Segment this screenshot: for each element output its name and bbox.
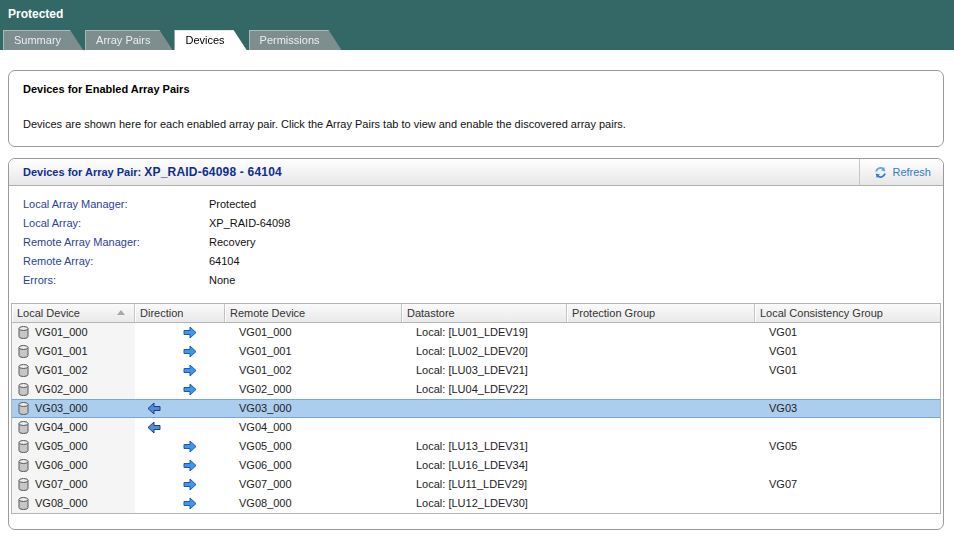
column-header-protection-group[interactable]: Protection Group bbox=[567, 304, 755, 322]
devices-table-header: Local Device Direction Remote Device Dat… bbox=[12, 304, 940, 323]
local-device-name: VG01_001 bbox=[35, 342, 88, 361]
detail-value-remote-array: 64104 bbox=[209, 255, 240, 267]
arrow-right-icon bbox=[183, 459, 197, 472]
devices-table-body: VG01_000 VG01_000 Local: [LU01_LDEV19] V… bbox=[12, 323, 940, 513]
column-header-label: Protection Group bbox=[572, 307, 655, 319]
table-row[interactable]: VG03_000 VG03_000 VG03 bbox=[12, 399, 940, 418]
lun-device-icon bbox=[18, 326, 29, 339]
local-consistency-group-name: VG05 bbox=[755, 437, 940, 456]
remote-device-name: VG02_000 bbox=[225, 380, 402, 399]
remote-device-name: VG05_000 bbox=[225, 437, 402, 456]
table-row[interactable]: VG08_000 VG08_000 Local: [LU12_LDEV30] bbox=[12, 494, 940, 513]
array-pair-details: Local Array Manager:Protected Local Arra… bbox=[23, 195, 290, 290]
tab-devices[interactable]: Devices bbox=[174, 30, 246, 50]
enabled-array-pairs-panel: Devices for Enabled Array Pairs Devices … bbox=[8, 70, 944, 147]
tab-permissions[interactable]: Permissions bbox=[249, 30, 342, 50]
column-header-label: Remote Device bbox=[230, 307, 305, 319]
tab-strip: Summary Array Pairs Devices Permissions bbox=[3, 30, 344, 50]
local-device-name: VG01_000 bbox=[35, 323, 88, 342]
arrow-left-icon bbox=[147, 402, 161, 415]
table-row[interactable]: VG05_000 VG05_000 Local: [LU13_LDEV31] V… bbox=[12, 437, 940, 456]
info-panel-description: Devices are shown here for each enabled … bbox=[23, 118, 626, 130]
datastore-name: Local: [LU03_LDEV21] bbox=[402, 361, 567, 380]
lun-device-icon bbox=[18, 478, 29, 491]
protection-group-name bbox=[567, 494, 755, 513]
local-consistency-group-name: VG01 bbox=[755, 342, 940, 361]
tab-array-pairs[interactable]: Array Pairs bbox=[85, 30, 172, 50]
arrow-left-icon bbox=[147, 421, 161, 434]
arrow-right-icon bbox=[183, 326, 197, 339]
remote-device-name: VG03_000 bbox=[225, 400, 402, 417]
column-header-direction[interactable]: Direction bbox=[135, 304, 225, 322]
datastore-name: Local: [LU04_LDEV22] bbox=[402, 380, 567, 399]
detail-value-local-array-manager: Protected bbox=[209, 198, 256, 210]
protection-group-name bbox=[567, 361, 755, 380]
lun-device-icon bbox=[18, 345, 29, 358]
remote-device-name: VG06_000 bbox=[225, 456, 402, 475]
datastore-name: Local: [LU11_LDEV29] bbox=[402, 475, 567, 494]
table-row[interactable]: VG04_000 VG04_000 bbox=[12, 418, 940, 437]
local-consistency-group-name: VG01 bbox=[755, 361, 940, 380]
table-row[interactable]: VG06_000 VG06_000 Local: [LU16_LDEV34] bbox=[12, 456, 940, 475]
local-consistency-group-name bbox=[755, 456, 940, 475]
local-device-name: VG08_000 bbox=[35, 494, 88, 513]
refresh-icon bbox=[874, 166, 887, 179]
local-device-name: VG05_000 bbox=[35, 437, 88, 456]
protection-group-name bbox=[567, 475, 755, 494]
local-consistency-group-name: VG01 bbox=[755, 323, 940, 342]
detail-value-local-array: XP_RAID-64098 bbox=[209, 217, 290, 229]
refresh-button[interactable]: Refresh bbox=[859, 159, 943, 185]
lun-device-icon bbox=[18, 364, 29, 377]
devices-for-array-pair-panel: Devices for Array Pair: XP_RAID-64098 - … bbox=[8, 158, 944, 530]
lun-device-icon bbox=[18, 440, 29, 453]
detail-row: Errors:None bbox=[23, 271, 290, 290]
page-title: Protected bbox=[8, 7, 63, 21]
datastore-name: Local: [LU16_LDEV34] bbox=[402, 456, 567, 475]
protection-group-name bbox=[567, 342, 755, 361]
arrow-right-icon bbox=[183, 383, 197, 396]
column-header-datastore[interactable]: Datastore bbox=[402, 304, 567, 322]
detail-label-local-array-manager: Local Array Manager: bbox=[23, 195, 209, 214]
arrow-right-icon bbox=[183, 345, 197, 358]
remote-device-name: VG08_000 bbox=[225, 494, 402, 513]
devices-panel-title: Devices for Array Pair: XP_RAID-64098 - … bbox=[23, 159, 282, 185]
column-header-remote-device[interactable]: Remote Device bbox=[225, 304, 402, 322]
tab-summary[interactable]: Summary bbox=[3, 30, 83, 50]
devices-panel-title-prefix: Devices for Array Pair: bbox=[23, 166, 141, 178]
arrow-right-icon bbox=[183, 440, 197, 453]
sort-ascending-icon bbox=[117, 310, 125, 315]
datastore-name: Local: [LU13_LDEV31] bbox=[402, 437, 567, 456]
column-header-label: Datastore bbox=[407, 307, 455, 319]
local-device-name: VG01_002 bbox=[35, 361, 88, 380]
protection-group-name bbox=[567, 456, 755, 475]
remote-device-name: VG04_000 bbox=[225, 418, 402, 437]
devices-table: Local Device Direction Remote Device Dat… bbox=[11, 303, 941, 514]
local-device-name: VG02_000 bbox=[35, 380, 88, 399]
column-header-local-consistency-group[interactable]: Local Consistency Group bbox=[755, 304, 940, 322]
column-header-local-device[interactable]: Local Device bbox=[12, 304, 135, 322]
table-row[interactable]: VG01_001 VG01_001 Local: [LU02_LDEV20] V… bbox=[12, 342, 940, 361]
local-consistency-group-name: VG03 bbox=[755, 400, 940, 417]
table-row[interactable]: VG01_000 VG01_000 Local: [LU01_LDEV19] V… bbox=[12, 323, 940, 342]
table-row[interactable]: VG07_000 VG07_000 Local: [LU11_LDEV29] V… bbox=[12, 475, 940, 494]
column-header-label: Local Consistency Group bbox=[760, 307, 883, 319]
arrow-right-icon bbox=[183, 364, 197, 377]
lun-device-icon bbox=[18, 383, 29, 396]
lun-device-icon bbox=[18, 459, 29, 472]
remote-device-name: VG01_000 bbox=[225, 323, 402, 342]
protection-group-name bbox=[567, 323, 755, 342]
lun-device-icon bbox=[18, 402, 29, 415]
column-header-label: Local Device bbox=[17, 307, 80, 319]
table-row[interactable]: VG01_002 VG01_002 Local: [LU03_LDEV21] V… bbox=[12, 361, 940, 380]
detail-label-remote-array: Remote Array: bbox=[23, 252, 209, 271]
local-device-name: VG04_000 bbox=[35, 418, 88, 437]
local-device-name: VG06_000 bbox=[35, 456, 88, 475]
detail-value-remote-array-manager: Recovery bbox=[209, 236, 255, 248]
devices-panel-header: Devices for Array Pair: XP_RAID-64098 - … bbox=[9, 159, 943, 186]
detail-row: Remote Array Manager:Recovery bbox=[23, 233, 290, 252]
local-consistency-group-name bbox=[755, 380, 940, 399]
lun-device-icon bbox=[18, 421, 29, 434]
table-row[interactable]: VG02_000 VG02_000 Local: [LU04_LDEV22] bbox=[12, 380, 940, 399]
detail-value-errors: None bbox=[209, 274, 235, 286]
local-consistency-group-name bbox=[755, 494, 940, 513]
